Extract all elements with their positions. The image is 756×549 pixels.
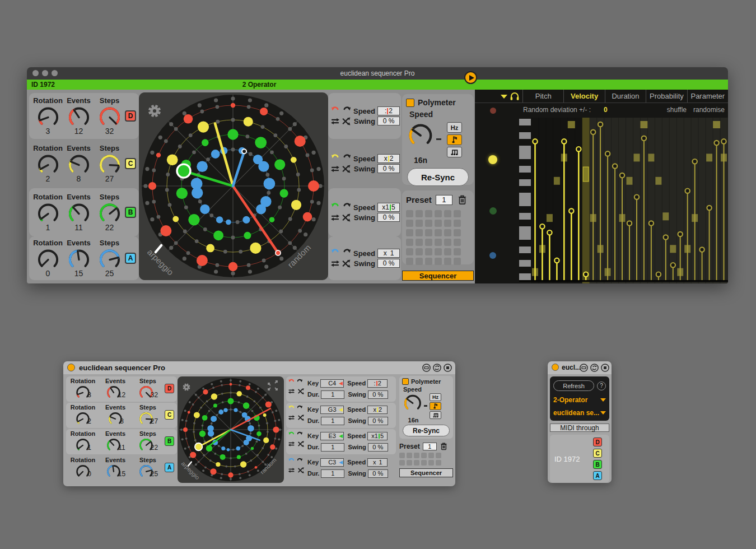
swap-icon[interactable]: [288, 414, 295, 421]
preset-slot[interactable]: [454, 229, 461, 236]
window-titlebar[interactable]: euclidean sequencer Pro: [27, 67, 728, 80]
shuffle-icon[interactable]: [342, 213, 351, 222]
note-sync-mode-button[interactable]: [447, 134, 462, 145]
tab-probability[interactable]: Probability: [646, 90, 687, 103]
track-B-speed-box[interactable]: x15: [377, 203, 400, 212]
tab-duration[interactable]: Duration: [605, 90, 646, 103]
preset-slot[interactable]: [428, 453, 434, 458]
m4l-track-D-speed-box[interactable]: :2: [367, 379, 388, 388]
swap-icon[interactable]: [288, 388, 295, 395]
hotswap-icon[interactable]: [590, 364, 599, 372]
shuffle-icon[interactable]: [297, 467, 305, 474]
fold-device-icon[interactable]: [580, 364, 588, 372]
preset-slot[interactable]: [425, 248, 432, 255]
preset-slot[interactable]: [435, 258, 442, 265]
m4l-hz-mode-button[interactable]: Hz: [430, 393, 441, 401]
m4l-track-B-speed-box[interactable]: x15: [367, 432, 388, 440]
preset-slot[interactable]: [444, 258, 451, 265]
track-A-events-knob[interactable]: [66, 247, 92, 270]
refresh-button[interactable]: Refresh: [553, 380, 594, 391]
preset-slot[interactable]: [436, 460, 441, 466]
preset-slot[interactable]: [416, 258, 423, 265]
preset-slot[interactable]: [425, 258, 432, 265]
preset-slot[interactable]: [435, 220, 442, 227]
trash-icon[interactable]: [440, 442, 447, 450]
track-B-steps-knob[interactable]: [97, 201, 123, 224]
m4l-track-C-swing-box[interactable]: 0 %: [368, 417, 388, 425]
triplet-mode-button[interactable]: [447, 147, 462, 157]
m4l-track-C-dur-box[interactable]: 1: [321, 417, 344, 425]
track-C-rotation-knob[interactable]: [35, 152, 61, 175]
preset-slot[interactable]: [406, 210, 413, 217]
m4l-track-D-key-box[interactable]: C4◀: [320, 379, 344, 388]
preset-slot[interactable]: [416, 229, 423, 236]
swap-icon[interactable]: [330, 259, 340, 268]
shuffle-button[interactable]: shuffle: [667, 106, 687, 114]
m4l-track-A-speed-box[interactable]: x1: [367, 458, 388, 467]
track-D-speed-box[interactable]: :2: [377, 106, 400, 115]
randomise-button[interactable]: randomise: [693, 106, 725, 114]
preset-slot[interactable]: [416, 210, 423, 217]
track-D-swing-box[interactable]: 0 %: [377, 117, 400, 125]
preset-slot[interactable]: [436, 453, 441, 458]
m4l-note-sync-mode-button[interactable]: [430, 402, 441, 410]
preset-slot[interactable]: [444, 239, 451, 246]
swap-icon[interactable]: [330, 213, 340, 222]
preset-slot[interactable]: [425, 210, 432, 217]
redo-arrow-icon[interactable]: [342, 248, 351, 257]
m4l-track-A-key-box[interactable]: C3◀: [320, 458, 344, 467]
redo-arrow-icon[interactable]: [297, 378, 305, 385]
gear-icon[interactable]: [183, 384, 190, 390]
preset-slot[interactable]: [407, 453, 412, 458]
preset-slot[interactable]: [416, 248, 423, 255]
shuffle-icon[interactable]: [297, 388, 305, 395]
radial-sequencer-display[interactable]: arpeggiorandom: [139, 92, 328, 280]
rotate-arrow-icon[interactable]: [288, 457, 295, 464]
save-preset-icon[interactable]: [601, 364, 609, 372]
rotate-arrow-icon[interactable]: [288, 431, 295, 438]
rotate-arrow-icon[interactable]: [288, 404, 295, 412]
preset-slot[interactable]: [454, 220, 461, 227]
track-B-events-knob[interactable]: [66, 201, 92, 224]
track-D-steps-knob[interactable]: [97, 105, 123, 128]
preset-slot[interactable]: [425, 220, 432, 227]
track-A-swing-box[interactable]: 0 %: [377, 259, 400, 268]
track-D-rotation-knob[interactable]: [35, 105, 61, 128]
events-value[interactable]: 15: [74, 269, 83, 278]
preset-slot[interactable]: [444, 248, 451, 255]
preset-slot[interactable]: [435, 210, 442, 217]
m4l-track-B-swing-box[interactable]: 0 %: [368, 443, 388, 452]
preset-slot[interactable]: [414, 453, 419, 458]
fold-device-icon[interactable]: [422, 364, 431, 372]
redo-arrow-icon[interactable]: [342, 202, 351, 211]
rotate-arrow-icon[interactable]: [288, 378, 295, 385]
select-track-B-button[interactable]: B: [593, 460, 602, 469]
preset-slot[interactable]: [406, 229, 413, 236]
expand-icon[interactable]: [268, 381, 277, 390]
m4l-track-B-dur-box[interactable]: 1: [321, 443, 344, 452]
preset-slot[interactable]: [428, 460, 434, 466]
trash-icon[interactable]: [458, 194, 467, 205]
editor-dropdown-icon[interactable]: [501, 95, 507, 99]
tab-velocity[interactable]: Velocity: [563, 90, 604, 103]
track-C-badge[interactable]: C: [125, 158, 136, 169]
shuffle-icon[interactable]: [297, 440, 305, 448]
hotswap-icon[interactable]: [433, 364, 441, 372]
redo-arrow-icon[interactable]: [297, 404, 305, 412]
preset-slot[interactable]: [399, 460, 405, 466]
track-A-badge[interactable]: A: [125, 253, 136, 264]
m4l-track-D-swing-box[interactable]: 0 %: [368, 390, 388, 399]
select-track-C-button[interactable]: C: [593, 449, 602, 458]
rotate-arrow-icon[interactable]: [330, 202, 340, 211]
preset-slot[interactable]: [454, 239, 461, 246]
chevron-down-icon[interactable]: [600, 411, 606, 415]
preset-slot-grid[interactable]: [406, 210, 470, 265]
device-on-led[interactable]: [552, 364, 559, 371]
preset-slot[interactable]: [454, 258, 461, 265]
m4l-track-A-dur-box[interactable]: 1: [321, 469, 344, 478]
shuffle-icon[interactable]: [342, 259, 351, 268]
rotate-arrow-icon[interactable]: [330, 105, 340, 115]
companion-titlebar[interactable]: eucl...: [548, 361, 612, 374]
m4l-radial-sequencer-display[interactable]: arpeggiorandom: [178, 376, 284, 483]
m4l-device-titlebar[interactable]: euclidean sequencer Pro: [63, 361, 455, 374]
